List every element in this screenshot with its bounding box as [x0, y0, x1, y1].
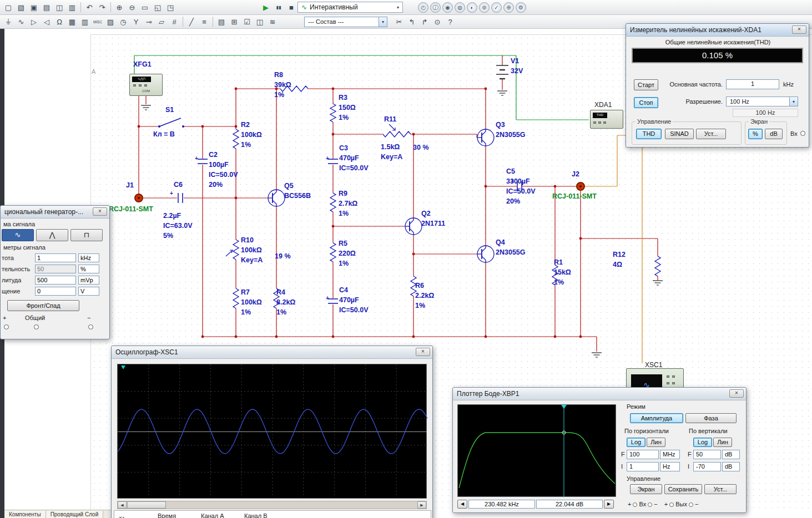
- place-power-icon[interactable]: Y: [130, 16, 142, 27]
- scope-scrollbar[interactable]: ◀ ▶: [117, 501, 427, 509]
- horizontal-lin-button[interactable]: Лин: [647, 438, 665, 447]
- scrollbar-thumb[interactable]: [127, 501, 166, 509]
- h-initial-field[interactable]: 1: [627, 462, 659, 471]
- redo-icon[interactable]: ↷: [96, 2, 108, 13]
- place-mixed-icon[interactable]: ▨: [104, 16, 117, 27]
- tab-conductive-layer[interactable]: Проводящий Слой: [46, 511, 104, 518]
- in-plus-terminal[interactable]: [633, 502, 637, 507]
- horizontal-log-button[interactable]: Log: [627, 438, 645, 447]
- place-misc-icon[interactable]: ⊸: [143, 16, 155, 27]
- place-diode-icon[interactable]: ▷: [28, 16, 40, 27]
- frequency-field[interactable]: 1: [726, 79, 779, 89]
- badge-7-icon[interactable]: ✓: [491, 2, 502, 13]
- cursor-right-icon[interactable]: ▶: [604, 500, 614, 509]
- window-titlebar[interactable]: циональный генератор-... ×: [1, 206, 109, 219]
- param-unit[interactable]: kHz: [78, 253, 99, 262]
- copy-icon[interactable]: ◫: [53, 2, 65, 13]
- place-connector-icon[interactable]: ▱: [155, 16, 168, 27]
- v-initial-field[interactable]: -70: [693, 462, 721, 471]
- db-button[interactable]: dB: [765, 129, 783, 139]
- out-minus-terminal[interactable]: [689, 502, 693, 507]
- wire-tool-icon[interactable]: ╱: [185, 16, 198, 27]
- plus-terminal[interactable]: [4, 324, 9, 329]
- analyses-icon[interactable]: ≋: [266, 16, 279, 27]
- place-ttl-icon[interactable]: ▦: [66, 16, 78, 27]
- place-mcu-icon[interactable]: #: [168, 16, 180, 27]
- v-final-unit[interactable]: dB: [722, 450, 740, 459]
- window-titlebar[interactable]: Плоттер Боде-XBP1 ×: [453, 388, 746, 400]
- place-basic-icon[interactable]: ∿: [15, 16, 27, 27]
- v-final-field[interactable]: 50: [693, 450, 721, 459]
- param-unit[interactable]: V: [78, 287, 99, 296]
- badge-6-icon[interactable]: ⊚: [479, 2, 490, 13]
- spreadsheet-icon[interactable]: ▤: [215, 16, 228, 27]
- cut-icon[interactable]: ✂: [393, 16, 405, 27]
- scroll-left-icon[interactable]: ◀: [118, 501, 127, 509]
- paste-icon[interactable]: ▥: [66, 2, 78, 13]
- zoom-area-icon[interactable]: ▭: [139, 2, 151, 13]
- param-value-field[interactable]: 0: [35, 287, 76, 296]
- badge-8-icon[interactable]: ⊕: [503, 2, 514, 13]
- pause-simulation-button[interactable]: ▮▮: [273, 2, 285, 13]
- badge-2-icon[interactable]: ⓘ: [430, 2, 441, 13]
- place-misc-digital-icon[interactable]: MISC: [92, 16, 104, 27]
- database-icon[interactable]: ⊞: [228, 16, 240, 27]
- badge-3-icon[interactable]: ◉: [442, 2, 453, 13]
- scroll-right-icon[interactable]: ▶: [417, 501, 426, 509]
- window-titlebar[interactable]: Измеритель нелинейных искажений-XDA1 ×: [626, 24, 809, 37]
- amplitude-button[interactable]: Амплитуда: [630, 413, 683, 423]
- input-terminal[interactable]: [800, 131, 805, 136]
- thd-button[interactable]: THD: [636, 129, 662, 139]
- h-final-unit[interactable]: MHz: [660, 450, 680, 459]
- percent-button[interactable]: %: [748, 129, 763, 139]
- param-unit[interactable]: mVp: [78, 276, 99, 285]
- stop-simulation-button[interactable]: ■: [285, 2, 297, 13]
- cursor-left-icon[interactable]: ◀: [457, 500, 467, 509]
- sinad-button[interactable]: SINAD: [665, 129, 694, 139]
- close-icon[interactable]: ×: [729, 389, 744, 398]
- place-cmos-icon[interactable]: ▥: [79, 16, 91, 27]
- window-titlebar[interactable]: Осциллограф-XSC1 ×: [112, 346, 432, 359]
- simulation-profile-combo[interactable]: ∿ Интерактивный ▾: [297, 2, 403, 13]
- vertical-lin-button[interactable]: Лин: [713, 438, 732, 447]
- sine-wave-button[interactable]: ∿: [2, 229, 34, 241]
- param-unit[interactable]: %: [78, 265, 99, 273]
- phase-button[interactable]: Фаза: [685, 413, 737, 423]
- h-initial-unit[interactable]: Hz: [660, 462, 680, 471]
- close-icon[interactable]: ×: [416, 348, 430, 356]
- place-indicator-icon[interactable]: ◷: [117, 16, 129, 27]
- param-value-field[interactable]: 50: [35, 265, 76, 273]
- zoom-fit-icon[interactable]: ◱: [152, 2, 164, 13]
- save-icon[interactable]: ▣: [28, 2, 40, 13]
- badge-9-icon[interactable]: ⚙: [516, 2, 526, 13]
- square-wave-button[interactable]: ⊓: [70, 229, 103, 241]
- settings-button[interactable]: Уст...: [696, 129, 726, 139]
- erc-icon[interactable]: ☑: [241, 16, 253, 27]
- common-terminal[interactable]: [34, 324, 39, 329]
- find-icon[interactable]: ⊙: [431, 16, 443, 27]
- xda1-instrument-icon[interactable]: THD: [590, 110, 623, 129]
- badge-4-icon[interactable]: ◍: [455, 2, 465, 13]
- minus-terminal[interactable]: [88, 324, 93, 329]
- run-simulation-button[interactable]: ▶: [260, 2, 272, 13]
- param-value-field[interactable]: 1: [35, 253, 76, 262]
- resolution-combo[interactable]: 100 Hz▾: [726, 97, 798, 106]
- close-icon[interactable]: ×: [792, 26, 806, 34]
- close-icon[interactable]: ×: [93, 207, 107, 216]
- zoom-page-icon[interactable]: ◳: [164, 2, 176, 13]
- out-plus-terminal[interactable]: [669, 502, 674, 507]
- v-initial-unit[interactable]: dB: [722, 462, 740, 471]
- help-icon[interactable]: ?: [444, 16, 456, 27]
- zoom-out-icon[interactable]: ⊖: [126, 2, 138, 13]
- triangle-wave-button[interactable]: ⋀: [36, 229, 68, 241]
- bus-tool-icon[interactable]: ≡: [198, 16, 210, 27]
- xfg1-instrument-icon[interactable]: ∿⋀⊓ COM: [129, 74, 163, 96]
- badge-1-icon[interactable]: ◴: [418, 2, 428, 13]
- back-annotate-icon[interactable]: ↰: [406, 16, 418, 27]
- undo-icon[interactable]: ↶: [83, 2, 95, 13]
- open-file-icon[interactable]: ▧: [15, 2, 27, 13]
- in-minus-terminal[interactable]: [648, 502, 652, 507]
- screen-button[interactable]: Экран: [630, 484, 662, 494]
- edge-settings-button[interactable]: Фронт/Спад: [7, 300, 79, 311]
- grapher-icon[interactable]: ◫: [254, 16, 266, 27]
